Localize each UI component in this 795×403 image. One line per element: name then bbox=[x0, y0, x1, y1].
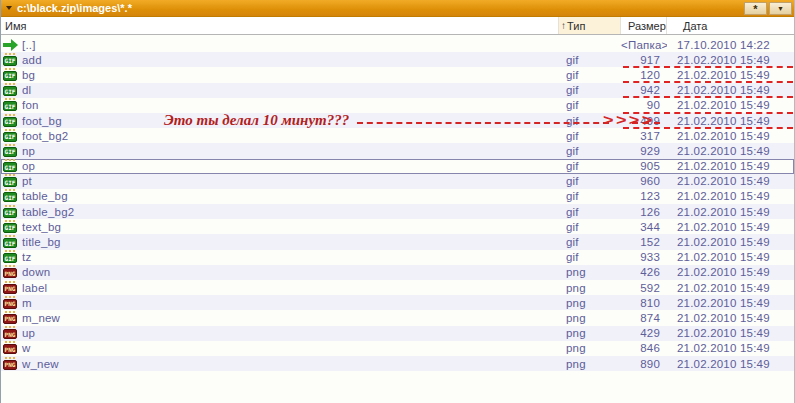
current-path: c:\black.zip\images\*.* bbox=[17, 2, 132, 14]
gif-file-icon: GIF bbox=[3, 205, 19, 219]
column-header-size[interactable]: Размер bbox=[621, 17, 667, 34]
file-name-cell: GIF add bbox=[1, 53, 559, 67]
packed-dots-icon bbox=[5, 205, 15, 207]
history-dropdown-button[interactable]: ▼ bbox=[769, 2, 792, 15]
packed-dots-icon bbox=[5, 281, 15, 283]
file-date: 21.02.2010 15:49 bbox=[667, 312, 794, 324]
file-size: <Папка> bbox=[621, 39, 667, 51]
file-row[interactable]: PNG m png 810 21.02.2010 15:49 bbox=[1, 295, 794, 310]
column-header-type-label: Тип bbox=[567, 20, 585, 32]
file-row[interactable]: GIF pt gif 960 21.02.2010 15:49 bbox=[1, 174, 794, 189]
file-type: png bbox=[559, 358, 621, 370]
gif-file-icon: GIF bbox=[3, 83, 19, 97]
file-name: fon bbox=[22, 99, 39, 111]
file-row[interactable]: GIF title_bg gif 152 21.02.2010 15:49 bbox=[1, 234, 794, 249]
file-date: 21.02.2010 15:49 bbox=[667, 145, 794, 157]
file-date: 21.02.2010 15:49 bbox=[667, 130, 794, 142]
file-name: np bbox=[22, 145, 35, 157]
file-row[interactable]: PNG w png 846 21.02.2010 15:49 bbox=[1, 341, 794, 356]
file-type: gif bbox=[559, 115, 621, 127]
file-name-cell: GIF pt bbox=[1, 174, 559, 188]
file-size: 933 bbox=[621, 251, 667, 263]
column-header-row: Имя ↑ Тип Размер Дата bbox=[1, 17, 794, 35]
gif-file-icon: GIF bbox=[3, 220, 19, 234]
file-name: foot_bg2 bbox=[22, 130, 68, 142]
gif-file-icon: GIF bbox=[3, 114, 19, 128]
file-row[interactable]: GIF foot_bg2 gif 317 21.02.2010 15:49 bbox=[1, 128, 794, 143]
file-date: 21.02.2010 15:49 bbox=[667, 69, 794, 81]
file-row[interactable]: GIF text_bg gif 344 21.02.2010 15:49 bbox=[1, 219, 794, 234]
file-name-cell: GIF foot_bg2 bbox=[1, 129, 559, 143]
file-row[interactable]: PNG up png 429 21.02.2010 15:49 bbox=[1, 326, 794, 341]
file-row[interactable]: GIF table_bg gif 123 21.02.2010 15:49 bbox=[1, 189, 794, 204]
png-file-icon: PNG bbox=[3, 357, 19, 371]
file-name: foot_bg bbox=[22, 115, 62, 127]
column-header-type[interactable]: ↑ Тип bbox=[559, 17, 621, 34]
file-size: 942 bbox=[621, 84, 667, 96]
file-type: png bbox=[559, 312, 621, 324]
file-row[interactable]: [..] <Папка> 17.10.2010 14:22 bbox=[1, 37, 794, 52]
file-name: w bbox=[22, 342, 31, 354]
png-file-icon: PNG bbox=[3, 341, 19, 355]
file-row[interactable]: GIF fon gif 90 21.02.2010 15:49 bbox=[1, 98, 794, 113]
file-name-cell: GIF table_bg bbox=[1, 189, 559, 203]
file-row[interactable]: GIF add gif 917 21.02.2010 15:49 bbox=[1, 52, 794, 67]
file-date: 21.02.2010 15:49 bbox=[667, 175, 794, 187]
column-header-date[interactable]: Дата bbox=[667, 17, 794, 34]
file-size: 126 bbox=[621, 206, 667, 218]
path-bar[interactable]: c:\black.zip\images\*.* * ▼ bbox=[1, 0, 794, 17]
column-header-name[interactable]: Имя bbox=[1, 17, 559, 34]
file-row[interactable]: GIF bg gif 120 21.02.2010 15:49 bbox=[1, 67, 794, 82]
packed-dots-icon bbox=[5, 235, 15, 237]
file-row[interactable]: GIF table_bg2 gif 126 21.02.2010 15:49 bbox=[1, 204, 794, 219]
file-size: 846 bbox=[621, 342, 667, 354]
file-row[interactable]: PNG down png 426 21.02.2010 15:49 bbox=[1, 265, 794, 280]
file-row[interactable]: PNG m_new png 874 21.02.2010 15:49 bbox=[1, 310, 794, 325]
file-name-cell: PNG up bbox=[1, 326, 559, 340]
file-name-cell: GIF foot_bg bbox=[1, 114, 559, 128]
file-name: op bbox=[22, 160, 35, 172]
file-type: gif bbox=[559, 145, 621, 157]
file-row[interactable]: GIF tz gif 933 21.02.2010 15:49 bbox=[1, 250, 794, 265]
file-name-cell: GIF op bbox=[1, 159, 559, 173]
file-row[interactable]: GIF dl gif 942 21.02.2010 15:49 bbox=[1, 83, 794, 98]
file-date: 21.02.2010 15:49 bbox=[667, 297, 794, 309]
file-name-cell: GIF text_bg bbox=[1, 220, 559, 234]
file-name-cell: GIF title_bg bbox=[1, 235, 559, 249]
file-name-cell: GIF dl bbox=[1, 83, 559, 97]
file-row[interactable]: PNG w_new png 890 21.02.2010 15:49 bbox=[1, 356, 794, 371]
png-file-icon: PNG bbox=[3, 281, 19, 295]
file-date: 21.02.2010 15:49 bbox=[667, 358, 794, 370]
file-type: png bbox=[559, 342, 621, 354]
file-size: 426 bbox=[621, 266, 667, 278]
file-size: 929 bbox=[621, 145, 667, 157]
file-name-cell: GIF bg bbox=[1, 68, 559, 82]
file-row[interactable]: GIF op gif 905 21.02.2010 15:49 bbox=[1, 159, 794, 174]
file-list: [..] <Папка> 17.10.2010 14:22 GIF add gi… bbox=[1, 35, 794, 371]
file-type: gif bbox=[559, 175, 621, 187]
file-name-cell: PNG down bbox=[1, 265, 559, 279]
file-name: down bbox=[22, 266, 50, 278]
file-row[interactable]: GIF foot_bg gif 499 21.02.2010 15:49 bbox=[1, 113, 794, 128]
file-row[interactable]: PNG label png 592 21.02.2010 15:49 bbox=[1, 280, 794, 295]
file-name: table_bg bbox=[22, 190, 68, 202]
file-type: png bbox=[559, 282, 621, 294]
file-type: gif bbox=[559, 236, 621, 248]
file-name: text_bg bbox=[22, 221, 61, 233]
file-date: 21.02.2010 15:49 bbox=[667, 327, 794, 339]
file-size: 810 bbox=[621, 297, 667, 309]
file-name: add bbox=[22, 54, 42, 66]
file-type: gif bbox=[559, 84, 621, 96]
file-size: 429 bbox=[621, 327, 667, 339]
file-size: 917 bbox=[621, 54, 667, 66]
file-name: m bbox=[22, 297, 32, 309]
packed-dots-icon bbox=[5, 250, 15, 252]
packed-dots-icon bbox=[5, 68, 15, 70]
file-row[interactable]: GIF np gif 929 21.02.2010 15:49 bbox=[1, 143, 794, 158]
path-dropdown-icon bbox=[6, 6, 12, 10]
packed-dots-icon bbox=[5, 83, 15, 85]
file-name-cell: PNG m_new bbox=[1, 311, 559, 325]
asterisk-button[interactable]: * bbox=[744, 2, 767, 15]
packed-dots-icon bbox=[5, 296, 15, 298]
file-name: pt bbox=[22, 175, 32, 187]
